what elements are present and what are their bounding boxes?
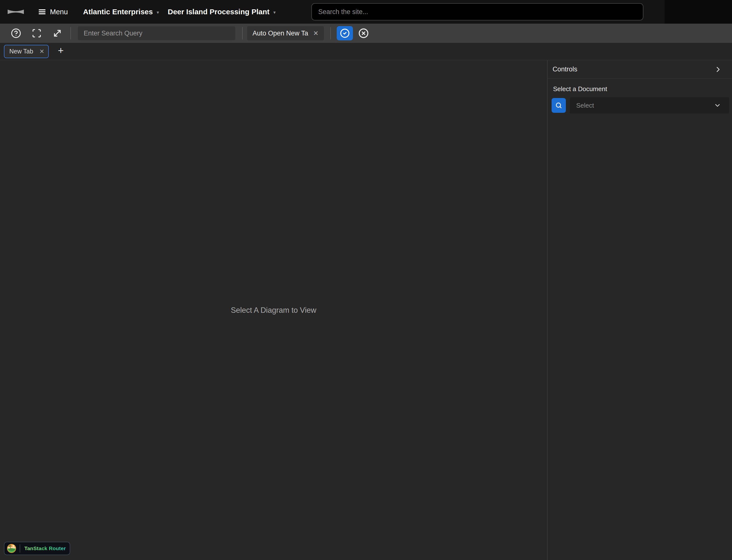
site-name: Deer Island Processing Plant [168,8,270,16]
confirm-button[interactable] [337,26,353,40]
controls-header[interactable]: Controls [548,60,732,79]
check-circle-icon [340,28,350,38]
caret-down-icon: ▾ [274,9,276,15]
fullscreen-button[interactable] [32,28,42,38]
top-navigation-inner: Menu Atlantic Enterprises ▾ Deer Island … [0,0,665,24]
tab-bar: New Tab ✕ + [0,43,732,60]
chip-close-icon[interactable]: ✕ [313,30,319,36]
content-area: Select A Diagram to View [0,60,732,560]
document-search-button[interactable] [552,98,566,113]
cancel-button[interactable] [356,26,371,40]
x-circle-icon [359,28,369,38]
app-root: Menu Atlantic Enterprises ▾ Deer Island … [0,0,732,560]
toolbar-divider [70,27,71,39]
tab-label: New Tab [9,48,33,55]
document-select-dropdown[interactable]: Select [570,97,729,114]
diagram-search-input[interactable] [78,26,235,40]
hamburger-icon [38,8,46,16]
select-document-label: Select a Document [553,85,729,93]
diagram-viewport: Select A Diagram to View [0,60,547,560]
tab-close-icon[interactable]: ✕ [39,49,44,54]
add-tab-button[interactable]: + [55,46,66,57]
site-selector[interactable]: Deer Island Processing Plant ▾ [168,8,276,16]
badge-label: TanStack Router [24,545,66,551]
tanstack-router-badge[interactable]: TanStack Router [4,542,70,555]
empty-state-message: Select A Diagram to View [231,306,317,315]
help-icon [11,28,21,38]
chevron-down-icon [714,102,721,109]
expand-button[interactable] [52,28,63,38]
tab-new-tab[interactable]: New Tab ✕ [4,45,49,58]
select-document-section: Select a Document Select [548,79,732,114]
help-button[interactable] [11,28,21,38]
org-name: Atlantic Enterprises [83,8,153,16]
site-search-input[interactable] [312,3,643,20]
controls-title: Controls [552,66,577,73]
document-select-placeholder: Select [576,102,594,109]
toolbar-divider [330,27,331,39]
auto-open-chip-label: Auto Open New Ta [253,30,308,37]
search-icon [555,102,562,109]
top-navigation-bar: Menu Atlantic Enterprises ▾ Deer Island … [0,0,732,24]
diagram-toolbar: Auto Open New Ta ✕ [0,24,732,43]
expand-diagonal-icon [52,28,62,38]
menu-label: Menu [50,8,68,16]
controls-sidebar: Controls Select a Document [547,60,732,560]
org-selector[interactable]: Atlantic Enterprises ▾ [83,8,159,16]
auto-open-chip[interactable]: Auto Open New Ta ✕ [247,26,324,40]
caret-down-icon: ▾ [157,9,159,15]
fullscreen-icon [32,28,42,38]
document-picker-row: Select [552,97,729,114]
menu-button[interactable]: Menu [38,8,68,16]
badge-divider [20,544,20,553]
app-logo-icon [7,9,24,15]
toolbar-divider [242,27,243,39]
chevron-right-icon[interactable] [714,66,722,73]
tanstack-logo-icon [7,544,16,553]
